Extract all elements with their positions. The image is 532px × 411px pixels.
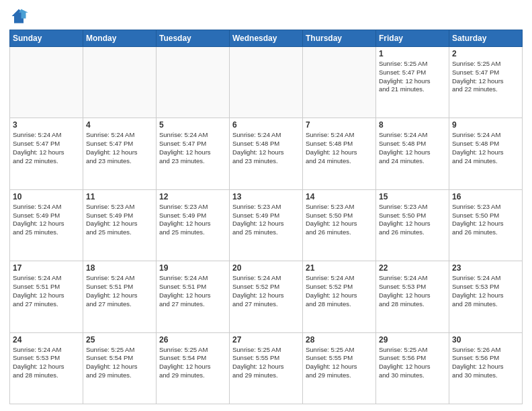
day-number: 28 [306, 335, 373, 345]
day-number: 2 [452, 49, 519, 58]
day-info: Sunrise: 5:23 AM Sunset: 5:50 PM Dayligh… [452, 203, 519, 237]
day-info: Sunrise: 5:24 AM Sunset: 5:51 PM Dayligh… [13, 274, 80, 308]
calendar-cell: 23Sunrise: 5:24 AM Sunset: 5:53 PM Dayli… [449, 261, 523, 332]
day-info: Sunrise: 5:24 AM Sunset: 5:48 PM Dayligh… [232, 131, 300, 165]
day-info: Sunrise: 5:24 AM Sunset: 5:49 PM Dayligh… [13, 203, 80, 237]
calendar-cell: 17Sunrise: 5:24 AM Sunset: 5:51 PM Dayli… [10, 261, 83, 332]
day-info: Sunrise: 5:26 AM Sunset: 5:56 PM Dayligh… [452, 346, 519, 380]
day-number: 13 [232, 192, 300, 201]
calendar-cell: 30Sunrise: 5:26 AM Sunset: 5:56 PM Dayli… [449, 332, 523, 404]
calendar-cell: 21Sunrise: 5:24 AM Sunset: 5:52 PM Dayli… [303, 261, 376, 332]
calendar-cell: 1Sunrise: 5:25 AM Sunset: 5:47 PM Daylig… [376, 47, 449, 118]
day-number: 22 [379, 263, 446, 273]
day-info: Sunrise: 5:23 AM Sunset: 5:49 PM Dayligh… [159, 203, 226, 237]
day-info: Sunrise: 5:24 AM Sunset: 5:53 PM Dayligh… [379, 274, 446, 308]
day-number: 6 [232, 120, 300, 130]
day-info: Sunrise: 5:24 AM Sunset: 5:52 PM Dayligh… [306, 274, 373, 308]
calendar: SundayMondayTuesdayWednesdayThursdayFrid… [9, 30, 523, 404]
calendar-week-row: 3Sunrise: 5:24 AM Sunset: 5:47 PM Daylig… [10, 118, 523, 189]
weekday-header: Friday [376, 30, 449, 47]
day-number: 17 [13, 263, 80, 273]
calendar-cell: 7Sunrise: 5:24 AM Sunset: 5:48 PM Daylig… [303, 118, 376, 189]
day-number: 1 [379, 49, 446, 58]
day-info: Sunrise: 5:23 AM Sunset: 5:50 PM Dayligh… [379, 203, 446, 237]
day-info: Sunrise: 5:24 AM Sunset: 5:52 PM Dayligh… [232, 274, 300, 308]
day-number: 3 [13, 120, 80, 130]
day-info: Sunrise: 5:24 AM Sunset: 5:47 PM Dayligh… [86, 131, 153, 165]
day-info: Sunrise: 5:25 AM Sunset: 5:54 PM Dayligh… [159, 346, 226, 380]
weekday-header: Thursday [303, 30, 376, 47]
calendar-cell [10, 47, 83, 118]
calendar-cell: 10Sunrise: 5:24 AM Sunset: 5:49 PM Dayli… [10, 189, 83, 261]
day-info: Sunrise: 5:25 AM Sunset: 5:47 PM Dayligh… [379, 60, 446, 94]
day-number: 4 [86, 120, 153, 130]
calendar-cell: 5Sunrise: 5:24 AM Sunset: 5:47 PM Daylig… [157, 118, 230, 189]
calendar-week-row: 1Sunrise: 5:25 AM Sunset: 5:47 PM Daylig… [10, 47, 523, 118]
calendar-cell: 2Sunrise: 5:25 AM Sunset: 5:47 PM Daylig… [449, 47, 523, 118]
weekday-header: Saturday [449, 30, 523, 47]
day-number: 29 [379, 335, 446, 345]
calendar-cell: 4Sunrise: 5:24 AM Sunset: 5:47 PM Daylig… [83, 118, 157, 189]
day-info: Sunrise: 5:24 AM Sunset: 5:48 PM Dayligh… [379, 131, 446, 165]
calendar-week-row: 17Sunrise: 5:24 AM Sunset: 5:51 PM Dayli… [10, 261, 523, 332]
day-info: Sunrise: 5:25 AM Sunset: 5:47 PM Dayligh… [452, 60, 519, 94]
day-info: Sunrise: 5:23 AM Sunset: 5:49 PM Dayligh… [232, 203, 300, 237]
day-number: 30 [452, 335, 519, 345]
day-number: 20 [232, 263, 300, 273]
day-number: 25 [86, 335, 153, 345]
day-number: 5 [159, 120, 226, 130]
day-number: 19 [159, 263, 226, 273]
calendar-cell [230, 47, 303, 118]
calendar-header-row: SundayMondayTuesdayWednesdayThursdayFrid… [10, 30, 523, 47]
calendar-cell: 13Sunrise: 5:23 AM Sunset: 5:49 PM Dayli… [230, 189, 303, 261]
day-info: Sunrise: 5:25 AM Sunset: 5:55 PM Dayligh… [232, 346, 300, 380]
day-number: 8 [379, 120, 446, 130]
day-info: Sunrise: 5:24 AM Sunset: 5:47 PM Dayligh… [13, 131, 80, 165]
day-info: Sunrise: 5:24 AM Sunset: 5:53 PM Dayligh… [452, 274, 519, 308]
calendar-cell [157, 47, 230, 118]
day-info: Sunrise: 5:24 AM Sunset: 5:53 PM Dayligh… [13, 346, 80, 380]
day-info: Sunrise: 5:23 AM Sunset: 5:50 PM Dayligh… [306, 203, 373, 237]
calendar-cell: 20Sunrise: 5:24 AM Sunset: 5:52 PM Dayli… [230, 261, 303, 332]
calendar-cell: 16Sunrise: 5:23 AM Sunset: 5:50 PM Dayli… [449, 189, 523, 261]
calendar-cell: 15Sunrise: 5:23 AM Sunset: 5:50 PM Dayli… [376, 189, 449, 261]
day-number: 23 [452, 263, 519, 273]
calendar-cell: 8Sunrise: 5:24 AM Sunset: 5:48 PM Daylig… [376, 118, 449, 189]
logo [9, 7, 30, 26]
weekday-header: Monday [83, 30, 157, 47]
day-number: 14 [306, 192, 373, 201]
calendar-cell: 3Sunrise: 5:24 AM Sunset: 5:47 PM Daylig… [10, 118, 83, 189]
day-number: 16 [452, 192, 519, 201]
day-number: 21 [306, 263, 373, 273]
day-number: 24 [13, 335, 80, 345]
header [9, 7, 523, 26]
day-number: 27 [232, 335, 300, 345]
day-info: Sunrise: 5:24 AM Sunset: 5:47 PM Dayligh… [159, 131, 226, 165]
calendar-cell: 6Sunrise: 5:24 AM Sunset: 5:48 PM Daylig… [230, 118, 303, 189]
day-number: 12 [159, 192, 226, 201]
day-number: 18 [86, 263, 153, 273]
calendar-cell [303, 47, 376, 118]
day-info: Sunrise: 5:24 AM Sunset: 5:51 PM Dayligh… [159, 274, 226, 308]
calendar-cell: 14Sunrise: 5:23 AM Sunset: 5:50 PM Dayli… [303, 189, 376, 261]
calendar-cell: 19Sunrise: 5:24 AM Sunset: 5:51 PM Dayli… [157, 261, 230, 332]
calendar-cell: 26Sunrise: 5:25 AM Sunset: 5:54 PM Dayli… [157, 332, 230, 404]
day-info: Sunrise: 5:24 AM Sunset: 5:48 PM Dayligh… [452, 131, 519, 165]
calendar-cell: 9Sunrise: 5:24 AM Sunset: 5:48 PM Daylig… [449, 118, 523, 189]
day-info: Sunrise: 5:25 AM Sunset: 5:54 PM Dayligh… [86, 346, 153, 380]
day-number: 10 [13, 192, 80, 201]
weekday-header: Wednesday [230, 30, 303, 47]
calendar-cell: 18Sunrise: 5:24 AM Sunset: 5:51 PM Dayli… [83, 261, 157, 332]
calendar-cell: 24Sunrise: 5:24 AM Sunset: 5:53 PM Dayli… [10, 332, 83, 404]
day-number: 26 [159, 335, 226, 345]
page: SundayMondayTuesdayWednesdayThursdayFrid… [0, 0, 532, 411]
calendar-week-row: 24Sunrise: 5:24 AM Sunset: 5:53 PM Dayli… [10, 332, 523, 404]
calendar-cell: 28Sunrise: 5:25 AM Sunset: 5:55 PM Dayli… [303, 332, 376, 404]
day-info: Sunrise: 5:24 AM Sunset: 5:51 PM Dayligh… [86, 274, 153, 308]
day-info: Sunrise: 5:25 AM Sunset: 5:56 PM Dayligh… [379, 346, 446, 380]
calendar-cell: 25Sunrise: 5:25 AM Sunset: 5:54 PM Dayli… [83, 332, 157, 404]
calendar-cell: 22Sunrise: 5:24 AM Sunset: 5:53 PM Dayli… [376, 261, 449, 332]
calendar-week-row: 10Sunrise: 5:24 AM Sunset: 5:49 PM Dayli… [10, 189, 523, 261]
day-number: 7 [306, 120, 373, 130]
calendar-cell: 12Sunrise: 5:23 AM Sunset: 5:49 PM Dayli… [157, 189, 230, 261]
